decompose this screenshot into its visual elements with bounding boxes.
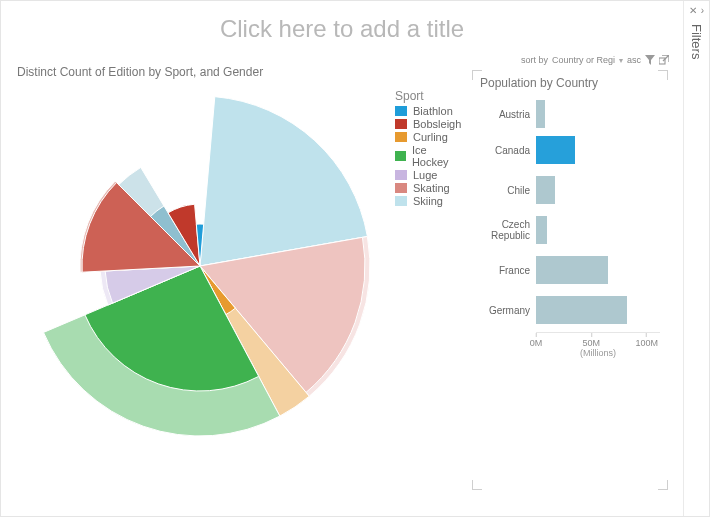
legend-label: Skiing — [413, 195, 443, 207]
bar-label: Austria — [480, 109, 536, 120]
popout-icon[interactable] — [659, 55, 669, 65]
bar-row[interactable]: Germany — [480, 290, 660, 330]
bar-rect[interactable] — [536, 296, 627, 324]
legend-item[interactable]: Skating — [395, 182, 461, 194]
bar-chart-card[interactable]: sort by Country or Regi ▾ asc Population… — [471, 51, 669, 491]
legend-item[interactable]: Ice Hockey — [395, 144, 461, 168]
pie-legend: Sport BiathlonBobsleighCurlingIce Hockey… — [395, 89, 461, 207]
legend-label: Ice Hockey — [412, 144, 461, 168]
chevron-down-icon[interactable]: ▾ — [619, 56, 623, 65]
bar-chart-title: Population by Country — [472, 70, 668, 96]
legend-label: Luge — [413, 169, 437, 181]
legend-item[interactable]: Bobsleigh — [395, 118, 461, 130]
legend-swatch — [395, 106, 407, 116]
x-axis-label: (Millions) — [472, 348, 668, 358]
selection-corner — [472, 70, 482, 80]
axis-tick: 50M — [583, 333, 601, 348]
bar-label: Canada — [480, 145, 536, 156]
legend-label: Skating — [413, 182, 450, 194]
bar-row[interactable]: Czech Republic — [480, 210, 660, 250]
legend-item[interactable]: Curling — [395, 131, 461, 143]
legend-item[interactable]: Skiing — [395, 195, 461, 207]
bar-row[interactable]: Chile — [480, 170, 660, 210]
legend-title: Sport — [395, 89, 461, 103]
selection-corner — [658, 480, 668, 490]
title-placeholder[interactable]: Click here to add a title — [15, 15, 669, 43]
legend-swatch — [395, 170, 407, 180]
sort-by-value[interactable]: Country or Regi — [552, 55, 615, 65]
bar-toolbar: sort by Country or Regi ▾ asc — [471, 51, 669, 69]
legend-swatch — [395, 151, 406, 161]
bar-rect[interactable] — [536, 216, 547, 244]
legend-label: Bobsleigh — [413, 118, 461, 130]
filters-rail[interactable]: ✕ › Filters — [683, 1, 709, 516]
bar-label: France — [480, 265, 536, 276]
legend-swatch — [395, 119, 407, 129]
legend-item[interactable]: Biathlon — [395, 105, 461, 117]
close-icon[interactable]: ✕ — [689, 5, 697, 16]
bar-rect[interactable] — [536, 256, 608, 284]
bar-label: Czech Republic — [480, 219, 536, 241]
axis-tick: 100M — [635, 333, 658, 348]
bar-rect[interactable] — [536, 136, 575, 164]
bar-label: Germany — [480, 305, 536, 316]
bar-rect[interactable] — [536, 176, 555, 204]
report-canvas: Click here to add a title Distinct Count… — [1, 1, 683, 516]
pie-chart[interactable] — [15, 81, 385, 451]
legend-swatch — [395, 183, 407, 193]
sort-by-label: sort by — [521, 55, 548, 65]
bar-row[interactable]: Canada — [480, 130, 660, 170]
axis-tick: 0M — [530, 333, 543, 348]
selection-corner — [472, 480, 482, 490]
bar-row[interactable]: Austria — [480, 98, 660, 130]
bar-chart[interactable]: Population by Country AustriaCanadaChile… — [471, 69, 669, 491]
legend-swatch — [395, 196, 407, 206]
chevron-right-icon[interactable]: › — [701, 5, 704, 16]
bar-rect[interactable] — [536, 100, 545, 128]
legend-label: Curling — [413, 131, 448, 143]
bar-label: Chile — [480, 185, 536, 196]
legend-swatch — [395, 132, 407, 142]
pie-chart-card[interactable]: Distinct Count of Edition by Sport, and … — [15, 51, 461, 491]
legend-label: Biathlon — [413, 105, 453, 117]
filter-icon[interactable] — [645, 55, 655, 65]
pie-chart-title: Distinct Count of Edition by Sport, and … — [17, 65, 461, 79]
selection-corner — [658, 70, 668, 80]
svg-rect-0 — [659, 58, 665, 64]
sort-order[interactable]: asc — [627, 55, 641, 65]
filters-label: Filters — [689, 24, 704, 59]
bar-row[interactable]: France — [480, 250, 660, 290]
legend-item[interactable]: Luge — [395, 169, 461, 181]
